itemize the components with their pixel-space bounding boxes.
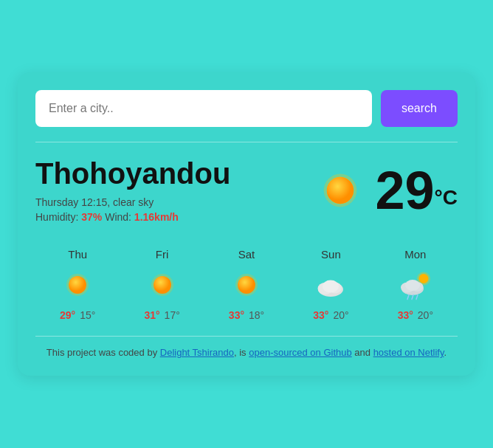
main-weather: Thohoyandou Thursday 12:15, clear sky Hu… xyxy=(35,157,458,223)
humidity-label: Humidity: xyxy=(35,211,78,223)
weather-card: search Thohoyandou Thursday 12:15, clear… xyxy=(18,72,475,376)
high-temp-mon: 33° xyxy=(398,309,413,321)
day-label-fri: Fri xyxy=(156,248,169,261)
city-info: Thohoyandou Thursday 12:15, clear sky Hu… xyxy=(35,157,230,223)
forecast-day-sun: Sun 33° 20° xyxy=(289,248,373,321)
svg-point-6 xyxy=(154,276,171,294)
forecast-icon-sat xyxy=(228,266,265,303)
humidity-wind: Humidity: 37% Wind: 1.16km/h xyxy=(35,211,230,223)
svg-point-18 xyxy=(405,280,420,291)
forecast-temps-sat: 33° 18° xyxy=(229,309,264,321)
forecast-icon-thu xyxy=(59,266,96,303)
high-temp-sat: 33° xyxy=(229,309,244,321)
footer-text-after: and xyxy=(352,347,373,358)
svg-point-2 xyxy=(327,176,354,203)
low-temp-sat: 18° xyxy=(249,309,264,321)
low-temp-fri: 17° xyxy=(165,309,180,321)
search-button[interactable]: search xyxy=(381,90,458,127)
forecast-temps-sun: 33° 20° xyxy=(313,309,348,321)
footer-divider xyxy=(35,336,458,337)
forecast-temps-thu: 29° 15° xyxy=(60,309,95,321)
forecast-day-fri: Fri 31° 17° xyxy=(120,248,204,321)
city-name: Thohoyandou xyxy=(35,157,230,190)
forecast-icon-fri xyxy=(144,266,181,303)
high-temp-fri: 31° xyxy=(144,309,159,321)
svg-point-14 xyxy=(418,274,428,283)
footer: This project was coded by Delight Tshira… xyxy=(35,347,458,358)
footer-github-link[interactable]: open-sourced on Github xyxy=(249,347,351,358)
svg-point-8 xyxy=(238,276,255,294)
wind-label: Wind: xyxy=(105,211,131,223)
forecast-icon-mon xyxy=(397,266,434,303)
svg-line-21 xyxy=(416,295,418,300)
current-weather-icon xyxy=(314,165,366,216)
svg-point-4 xyxy=(69,276,86,294)
svg-line-19 xyxy=(407,295,409,300)
date-time: Thursday 12:15, clear sky xyxy=(35,196,230,208)
temperature-value: 29 xyxy=(375,161,434,220)
svg-line-20 xyxy=(412,295,413,300)
forecast-icon-sun xyxy=(312,266,349,303)
forecast-day-thu: Thu 29° 15° xyxy=(35,248,120,321)
forecast-temps-fri: 31° 17° xyxy=(144,309,179,321)
temperature-unit: °C xyxy=(435,185,458,208)
forecast-row: Thu 29° 15° Fri xyxy=(35,241,458,321)
forecast-day-mon: Mon 33° 20° xyxy=(373,248,458,321)
low-temp-thu: 15° xyxy=(80,309,95,321)
low-temp-sun: 20° xyxy=(333,309,348,321)
high-temp-thu: 29° xyxy=(60,309,75,321)
high-temp-sun: 33° xyxy=(313,309,328,321)
temperature-display: 29°C xyxy=(314,164,458,217)
top-divider xyxy=(35,142,458,142)
forecast-temps-mon: 33° 20° xyxy=(398,309,433,321)
forecast-day-sat: Sat 33° 18° xyxy=(204,248,289,321)
day-label-sat: Sat xyxy=(238,248,255,261)
temp-value-container: 29°C xyxy=(375,164,458,217)
footer-text-end: . xyxy=(444,347,447,358)
footer-text-before: This project was coded by xyxy=(46,347,160,358)
svg-point-12 xyxy=(323,280,339,293)
footer-netlify-link[interactable]: hosted on Netlify xyxy=(373,347,444,358)
footer-author-link[interactable]: Delight Tshirando xyxy=(160,347,234,358)
wind-value: 1.16km/h xyxy=(134,211,179,223)
footer-text-middle: , is xyxy=(234,347,249,358)
day-label-thu: Thu xyxy=(68,248,87,261)
humidity-value: 37% xyxy=(81,211,102,223)
low-temp-mon: 20° xyxy=(418,309,433,321)
search-row: search xyxy=(35,90,458,127)
day-label-sun: Sun xyxy=(321,248,341,261)
day-label-mon: Mon xyxy=(404,248,426,261)
search-input[interactable] xyxy=(35,90,372,127)
